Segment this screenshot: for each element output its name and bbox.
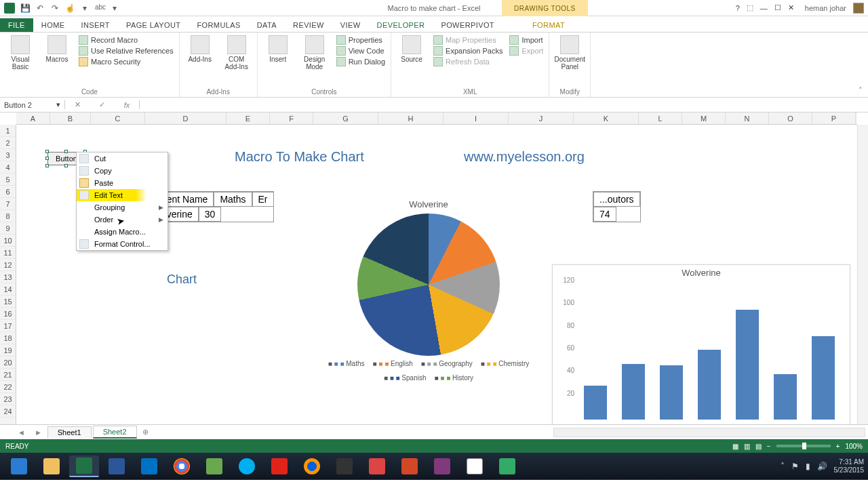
- qat-redo-icon[interactable]: ↷: [50, 3, 60, 13]
- btn-export[interactable]: Export: [509, 46, 543, 56]
- col-header[interactable]: B: [50, 113, 91, 124]
- row-header[interactable]: 10: [0, 235, 16, 247]
- task-paint[interactable]: [460, 455, 490, 477]
- row-header[interactable]: 1: [0, 125, 16, 137]
- btn-refresh-data[interactable]: Refresh Data: [433, 57, 502, 66]
- sheet-tab-sheet1[interactable]: Sheet1: [47, 426, 92, 438]
- horizontal-scrollbar[interactable]: [553, 428, 865, 437]
- btn-relative-refs[interactable]: Use Relative References: [79, 46, 174, 56]
- tab-format[interactable]: FORMAT: [524, 18, 573, 32]
- col-header[interactable]: N: [726, 113, 769, 124]
- task-camtasia[interactable]: [199, 455, 229, 477]
- row-header[interactable]: 16: [0, 308, 16, 320]
- task-skype[interactable]: [232, 455, 262, 477]
- system-tray[interactable]: ˄ ⚑ ▮ 🔊 7:31 AM5/23/2015: [781, 458, 865, 474]
- row-header[interactable]: 2: [0, 137, 16, 149]
- tab-home[interactable]: HOME: [33, 18, 73, 32]
- row-header[interactable]: 8: [0, 210, 16, 222]
- tab-page-layout[interactable]: PAGE LAYOUT: [118, 18, 189, 32]
- sheet-nav-prev-icon[interactable]: ◄: [14, 428, 29, 436]
- column-headers[interactable]: ABCDEFGHIJKLMNOP: [16, 113, 857, 125]
- tab-formulas[interactable]: FORMULAS: [189, 18, 248, 32]
- btn-run-dialog[interactable]: Run Dialog: [336, 57, 385, 66]
- namebox-dropdown-icon[interactable]: ▾: [56, 100, 60, 109]
- task-ie[interactable]: [4, 455, 34, 477]
- row-header[interactable]: 17: [0, 320, 16, 332]
- col-header[interactable]: J: [509, 113, 574, 124]
- col-header[interactable]: F: [270, 113, 313, 124]
- pie-chart[interactable]: Wolverine ■ Maths■ English■ Geography■ C…: [308, 199, 549, 382]
- task-m[interactable]: [362, 455, 392, 477]
- task-powerpoint[interactable]: [395, 455, 425, 477]
- fx-icon[interactable]: fx: [124, 101, 130, 109]
- cancel-formula-icon[interactable]: ✕: [75, 100, 81, 109]
- qat-more-icon[interactable]: ▾: [80, 3, 90, 13]
- menu-edit-text[interactable]: Edit Text: [77, 189, 167, 201]
- row-header[interactable]: 24: [0, 405, 16, 418]
- menu-grouping[interactable]: Grouping▶: [77, 201, 167, 214]
- view-page-break-icon[interactable]: ▤: [755, 443, 762, 450]
- row-headers[interactable]: 123456789101112131415161718192021222324: [0, 125, 16, 424]
- task-explorer[interactable]: [37, 455, 66, 477]
- btn-import[interactable]: Import: [509, 35, 543, 45]
- btn-properties[interactable]: Properties: [336, 35, 385, 45]
- row-header[interactable]: 5: [0, 174, 16, 186]
- task-acrobat[interactable]: [264, 455, 294, 477]
- help-icon[interactable]: ?: [736, 4, 740, 12]
- row-header[interactable]: 4: [0, 161, 16, 174]
- tab-data[interactable]: DATA: [249, 18, 285, 32]
- zoom-out-icon[interactable]: −: [767, 443, 771, 450]
- menu-paste[interactable]: Paste: [77, 177, 167, 189]
- tray-action-icon[interactable]: ⚑: [791, 462, 799, 471]
- btn-macro-security[interactable]: Macro Security: [79, 57, 174, 66]
- qat-dropdown-icon[interactable]: ▾: [110, 3, 119, 13]
- ribbon-collapse-icon[interactable]: ˄: [859, 86, 863, 94]
- menu-assign-macro[interactable]: Assign Macro...: [77, 226, 167, 238]
- btn-visual-basic[interactable]: Visual Basic: [5, 35, 35, 70]
- sel-handle[interactable]: [45, 157, 49, 160]
- col-header[interactable]: H: [378, 113, 443, 124]
- sel-handle[interactable]: [45, 150, 49, 153]
- worksheet-grid[interactable]: ABCDEFGHIJKLMNOP 12345678910111213141516…: [0, 113, 868, 424]
- sel-handle[interactable]: [64, 150, 68, 153]
- row-header[interactable]: 15: [0, 296, 16, 308]
- row-header[interactable]: 21: [0, 369, 16, 381]
- qat-touch-icon[interactable]: ☝: [65, 3, 75, 13]
- tab-file[interactable]: FILE: [0, 18, 33, 32]
- task-chrome[interactable]: [167, 455, 197, 477]
- menu-format-control[interactable]: Format Control...: [77, 238, 167, 250]
- task-snagit[interactable]: [330, 455, 359, 477]
- row-header[interactable]: 13: [0, 271, 16, 283]
- zoom-level[interactable]: 100%: [845, 443, 863, 450]
- btn-document-panel[interactable]: Document Panel: [555, 35, 585, 70]
- menu-copy[interactable]: Copy: [77, 165, 167, 177]
- cells[interactable]: Macro To Make Chart www.myelesson.org ..…: [16, 125, 857, 424]
- tray-network-icon[interactable]: ▮: [806, 462, 810, 471]
- row-header[interactable]: 18: [0, 332, 16, 344]
- row-header[interactable]: 12: [0, 259, 16, 271]
- sheet-nav-next-icon[interactable]: ►: [31, 428, 46, 436]
- clock[interactable]: 7:31 AM5/23/2015: [834, 458, 865, 474]
- sel-handle[interactable]: [45, 164, 49, 167]
- col-header[interactable]: A: [16, 113, 50, 124]
- qat-abc-icon[interactable]: abc: [95, 3, 104, 13]
- enter-formula-icon[interactable]: ✓: [99, 100, 105, 109]
- tab-powerpivot[interactable]: POWERPIVOT: [433, 18, 502, 32]
- task-excel[interactable]: [69, 455, 99, 477]
- view-page-layout-icon[interactable]: ▥: [744, 443, 750, 450]
- close-icon[interactable]: ✕: [788, 3, 794, 12]
- btn-map-props[interactable]: Map Properties: [433, 35, 502, 45]
- row-header[interactable]: 7: [0, 198, 16, 210]
- task-onenote[interactable]: [427, 455, 457, 477]
- btn-record-macro[interactable]: Record Macro: [79, 35, 174, 45]
- col-header[interactable]: E: [226, 113, 270, 124]
- col-header[interactable]: L: [639, 113, 682, 124]
- qat-undo-icon[interactable]: ↶: [35, 3, 45, 13]
- btn-macros[interactable]: Macros: [42, 35, 72, 63]
- tray-up-icon[interactable]: ˄: [781, 462, 785, 471]
- col-header[interactable]: G: [313, 113, 378, 124]
- sheet-tab-sheet2[interactable]: Sheet2: [93, 426, 137, 439]
- view-normal-icon[interactable]: ▦: [732, 443, 738, 450]
- row-header[interactable]: 23: [0, 393, 16, 405]
- task-app[interactable]: [492, 455, 522, 477]
